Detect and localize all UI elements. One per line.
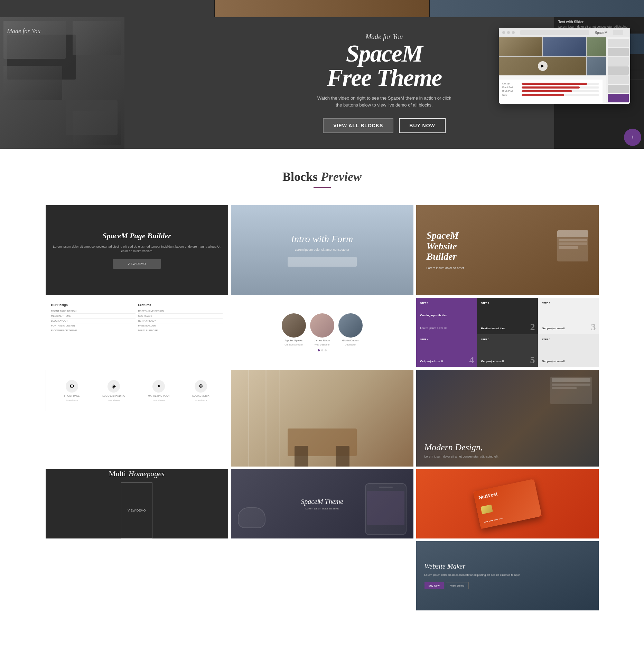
website-maker-primary-btn[interactable]: Buy Now	[424, 582, 444, 589]
process-step1-title: Coming up with idea	[420, 314, 473, 317]
card-natwest: NatWest •••• •••• •••• ••••	[416, 469, 599, 538]
stat-bar-design-fill	[522, 83, 587, 85]
panel-thumb-3	[608, 57, 629, 66]
spacer-center	[231, 541, 413, 545]
multi-homepages-plain: Multi	[109, 469, 126, 478]
process-step2-label: STEP 2	[481, 302, 534, 304]
card-website-builder-title: SpaceMWebsiteBuilder	[427, 230, 553, 262]
hero-subtitle: Made for You	[315, 33, 454, 41]
feature-item-2: ◈ LOGO & BRANDING Lorem ipsum	[102, 380, 125, 401]
pagination-dot-3[interactable]	[325, 349, 327, 351]
feature-icon-2: ◈	[108, 380, 120, 393]
hero-left-panel: Made for You	[0, 17, 124, 149]
feature-icon-3: ✦	[152, 380, 165, 393]
strip-item-3	[430, 0, 644, 17]
play-button-icon[interactable]: ▶	[538, 61, 548, 71]
modern-design-subtitle: Lorem ipsum dolor sit amet consectetur a…	[424, 455, 590, 458]
process-step-6: STEP 6 Get project result	[538, 334, 599, 367]
multi-homepages-italic: Homepages	[129, 469, 165, 478]
multi-homepages-btn[interactable]: VIEW DEMO	[121, 482, 152, 538]
feature-item-3: ✦ MARKETING PLAN Lorem ipsum	[148, 380, 169, 401]
hero-title-line1: SpaceM	[315, 42, 454, 66]
office-chair-1	[295, 446, 308, 467]
stat-bar-backend-fill	[522, 90, 572, 92]
browser-img-4: ▶	[499, 57, 586, 76]
feature-icon-1: ⚙	[66, 380, 78, 393]
card-team: Agatha Sparks Creative Director James Ni…	[231, 298, 413, 367]
card-features-icons: ⚙ FRONT PAGE Lorem ipsum ◈ LOGO & BRANDI…	[46, 370, 228, 411]
buy-now-button[interactable]: BUY NOW	[399, 118, 445, 133]
modern-design-title: Modern Design,	[424, 442, 590, 453]
process-step6-label: STEP 6	[542, 338, 595, 341]
feature-item-1: ⚙ FRONT PAGE Lorem ipsum	[64, 380, 80, 401]
blocks-preview-section: Blocks Preview SpaceM Page Builder Lorem…	[0, 149, 644, 624]
process-num-5: 5	[530, 354, 535, 366]
view-all-blocks-button[interactable]: VIEW ALL BLOCKS	[323, 118, 393, 133]
card-chip	[480, 505, 493, 514]
stat-row-design: Design	[502, 82, 599, 85]
our-design-col-2: Features RESPONSIVE DESIGN SEO READY RET…	[138, 303, 223, 361]
credit-card: NatWest •••• •••• •••• ••••	[473, 479, 542, 529]
feature-sub-2: Lorem ipsum	[108, 399, 120, 401]
team-avatar-2	[310, 313, 334, 338]
section-underline	[314, 187, 331, 188]
card-intro-form-input[interactable]	[288, 257, 357, 267]
process-num-3: 3	[591, 322, 596, 333]
panel-thumb-5	[608, 75, 629, 84]
our-design-col2-title: Features	[138, 303, 223, 307]
spacer-left	[46, 541, 228, 545]
card-page-builder-demo-btn[interactable]: VIEW DEMO	[113, 259, 161, 269]
browser-dot-1	[502, 31, 505, 34]
card-page-builder: SpaceM Page Builder Lorem ipsum dolor si…	[46, 205, 228, 295]
process-step1-desc: Lorem ipsum dolor sit	[420, 326, 473, 330]
website-maker-secondary-btn[interactable]: View Demo	[446, 582, 469, 589]
card-page-builder-title: SpaceM Page Builder	[103, 231, 171, 240]
multi-homepages-content: Multi Homepages	[109, 469, 165, 478]
hero-text-block: Made for You SpaceM Free Theme Watch the…	[315, 33, 454, 133]
modern-laptop-mockup	[550, 377, 592, 404]
card-our-design: Our Design FRONT PAGE DESIGN MEDICAL THE…	[46, 298, 228, 367]
card-intro-form-desc: Lorem ipsum dolor sit amet consectetur	[295, 248, 349, 251]
feature-sub-1: Lorem ipsum	[66, 399, 78, 401]
design-feat-4: PAGE BUILDER	[138, 323, 223, 328]
pagination-dot-active[interactable]	[318, 349, 320, 351]
hero-section: Made for You Made for You SpaceM Free Th…	[0, 0, 644, 149]
window-light-1	[248, 370, 249, 467]
browser-stats: Design Front End Back End	[499, 80, 603, 104]
hero-top-strip	[0, 0, 644, 17]
process-step-2: STEP 2 Realization of idea 2	[477, 298, 538, 334]
stat-label-frontend: Front End	[502, 86, 520, 89]
stat-row-frontend: Front End	[502, 86, 599, 89]
bubble-icon: +	[631, 134, 634, 140]
stat-bar-design-bg	[522, 83, 599, 85]
sidebar-title-1: Text with Slider	[558, 20, 640, 24]
team-member-3: Gloria Dutton Developer	[338, 313, 363, 346]
card-office	[231, 370, 413, 467]
browser-mockup: SpaceM ▶ Design	[499, 28, 630, 104]
browser-dot-3	[512, 31, 515, 34]
credit-card-wrapper: NatWest •••• •••• •••• ••••	[473, 479, 542, 529]
feature-sub-3: Lorem ipsum	[153, 399, 165, 401]
section-title: Blocks Preview	[14, 169, 630, 184]
browser-title: SpaceM	[595, 31, 607, 35]
process-step5-title: Get project result	[481, 360, 534, 363]
feature-icon-4: ❖	[195, 380, 207, 393]
team-role-2: Web Designer	[314, 343, 329, 346]
process-step-4: STEP 4 Get project result 4	[416, 334, 477, 367]
feature-label-2: LOGO & BRANDING	[102, 395, 125, 397]
process-step5-label: STEP 5	[481, 338, 534, 341]
device-mockup	[365, 483, 407, 535]
website-maker-buttons: Buy Now View Demo	[424, 582, 590, 589]
process-step3-label: STEP 3	[542, 302, 595, 304]
process-step-3: STEP 3 Get project result 3	[538, 298, 599, 334]
panel-thumb-7	[608, 94, 629, 102]
stat-row-backend: Back End	[502, 90, 599, 92]
card-website-builder-sub: Lorem ipsum dolor sit amet	[427, 266, 553, 270]
design-item-1: FRONT PAGE DESIGN	[51, 309, 136, 314]
hero-left-image: Made for You	[0, 17, 124, 149]
sidebar-action-bubble[interactable]: +	[624, 129, 641, 146]
process-step6-title: Get project result	[542, 360, 595, 363]
pagination-dot-2[interactable]	[321, 349, 323, 351]
process-step-1: STEP 1 Coming up with idea Lorem ipsum d…	[416, 298, 477, 334]
process-num-2: 2	[530, 322, 535, 333]
